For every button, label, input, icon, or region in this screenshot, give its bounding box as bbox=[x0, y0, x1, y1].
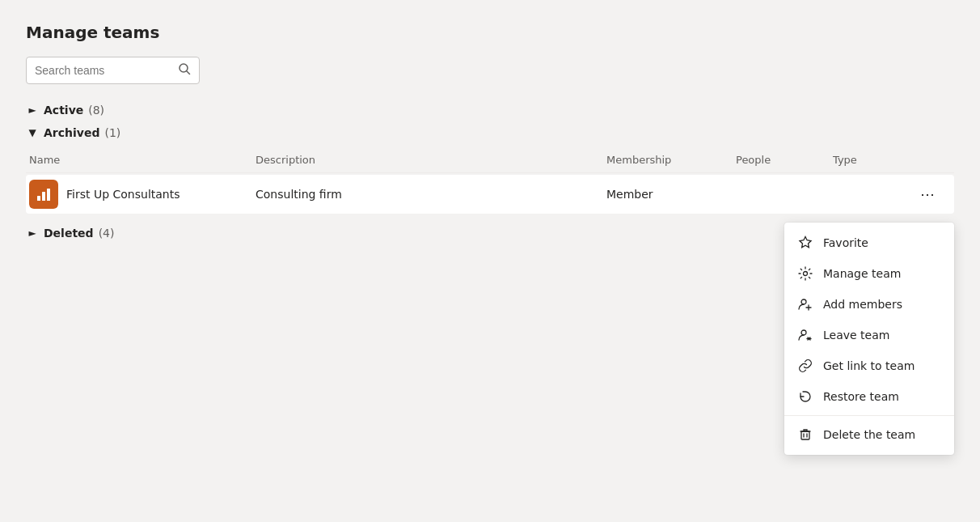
link-icon bbox=[797, 358, 813, 374]
leave-team-item[interactable]: Leave team bbox=[784, 320, 954, 350]
col-type: Type bbox=[833, 154, 914, 166]
search-icon bbox=[178, 62, 191, 79]
active-section-count: (8) bbox=[88, 104, 104, 117]
svg-point-5 bbox=[804, 272, 808, 276]
restore-icon bbox=[797, 388, 813, 405]
active-section-label: Active bbox=[44, 104, 83, 117]
svg-point-9 bbox=[801, 330, 806, 335]
archived-section-label: Archived bbox=[44, 126, 99, 139]
page-title: Manage teams bbox=[26, 23, 954, 42]
active-section-header[interactable]: ► Active (8) bbox=[26, 99, 954, 121]
manage-team-item[interactable]: Manage team bbox=[784, 258, 954, 289]
actions-cell: ⋯ Favorite bbox=[914, 184, 954, 205]
team-name-cell: First Up Consultants bbox=[29, 180, 256, 209]
leave-team-label: Leave team bbox=[823, 329, 889, 342]
manage-team-label: Manage team bbox=[823, 267, 901, 280]
archived-section-count: (1) bbox=[104, 126, 120, 139]
get-link-label: Get link to team bbox=[823, 359, 915, 372]
delete-team-label: Delete the team bbox=[823, 428, 915, 441]
table-header: Name Description Membership People Type bbox=[26, 147, 954, 173]
gear-icon bbox=[797, 265, 813, 282]
svg-rect-4 bbox=[47, 189, 50, 201]
add-members-item[interactable]: Add members bbox=[784, 289, 954, 320]
col-description: Description bbox=[256, 154, 606, 166]
deleted-chevron-icon: ► bbox=[26, 227, 39, 239]
delete-team-item[interactable]: Delete the team bbox=[784, 419, 954, 450]
svg-rect-3 bbox=[42, 192, 45, 201]
archived-chevron-icon: ▼ bbox=[26, 127, 39, 138]
team-description: Consulting firm bbox=[256, 188, 606, 201]
table-row: First Up Consultants Consulting firm Mem… bbox=[26, 175, 954, 214]
trash-icon bbox=[797, 427, 813, 443]
archived-section: ▼ Archived (1) Name Description Membersh… bbox=[26, 121, 954, 214]
team-membership: Member bbox=[606, 188, 736, 201]
favorite-label: Favorite bbox=[823, 236, 868, 249]
svg-rect-11 bbox=[801, 431, 809, 439]
more-options-button[interactable]: ⋯ bbox=[914, 184, 941, 205]
person-leave-icon bbox=[797, 327, 813, 343]
team-name: First Up Consultants bbox=[66, 188, 180, 201]
active-chevron-icon: ► bbox=[26, 104, 39, 116]
col-name: Name bbox=[29, 154, 256, 166]
deleted-section-count: (4) bbox=[99, 227, 115, 240]
archived-section-header[interactable]: ▼ Archived (1) bbox=[26, 121, 954, 144]
restore-team-label: Restore team bbox=[823, 390, 899, 403]
dropdown-menu: Favorite Manage team bbox=[784, 223, 954, 455]
star-icon bbox=[797, 235, 813, 251]
restore-team-item[interactable]: Restore team bbox=[784, 381, 954, 412]
col-people: People bbox=[736, 154, 833, 166]
person-add-icon bbox=[797, 296, 813, 312]
dropdown-divider bbox=[784, 415, 954, 416]
deleted-section-label: Deleted bbox=[44, 227, 94, 240]
svg-rect-2 bbox=[37, 196, 40, 201]
search-box bbox=[26, 57, 200, 84]
get-link-item[interactable]: Get link to team bbox=[784, 350, 954, 381]
svg-line-1 bbox=[187, 71, 190, 74]
svg-point-6 bbox=[801, 299, 806, 304]
team-icon bbox=[29, 180, 58, 209]
col-membership: Membership bbox=[606, 154, 736, 166]
favorite-item[interactable]: Favorite bbox=[784, 227, 954, 258]
add-members-label: Add members bbox=[823, 298, 902, 311]
search-input[interactable] bbox=[35, 64, 171, 77]
col-actions bbox=[914, 154, 954, 166]
